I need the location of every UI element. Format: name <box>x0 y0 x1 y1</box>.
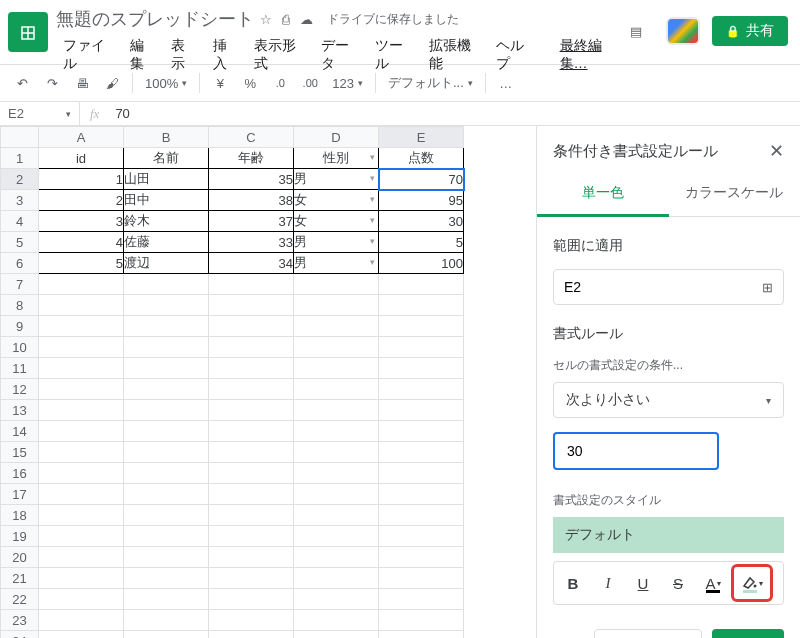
cell-B19[interactable] <box>124 526 209 547</box>
cancel-button[interactable]: キャンセル <box>594 629 702 638</box>
decrease-decimal-button[interactable]: .0 <box>266 69 294 97</box>
text-color-button[interactable]: A▾ <box>696 568 730 598</box>
cell-D21[interactable] <box>294 568 379 589</box>
cell-C14[interactable] <box>209 421 294 442</box>
cell-B4[interactable]: 鈴木 <box>124 211 209 232</box>
row-header-6[interactable]: 6 <box>1 253 39 274</box>
row-header-11[interactable]: 11 <box>1 358 39 379</box>
select-range-icon[interactable]: ⊞ <box>762 280 773 295</box>
cell-A5[interactable]: 4 <box>39 232 124 253</box>
cell-A23[interactable] <box>39 610 124 631</box>
cell-E16[interactable] <box>379 463 464 484</box>
cell-E2[interactable]: 70 <box>379 169 464 190</box>
close-icon[interactable]: ✕ <box>769 140 784 162</box>
cell-D12[interactable] <box>294 379 379 400</box>
cell-A21[interactable] <box>39 568 124 589</box>
col-header-C[interactable]: C <box>209 127 294 148</box>
formula-value[interactable]: 70 <box>109 106 135 121</box>
cell-D23[interactable] <box>294 610 379 631</box>
cell-A7[interactable] <box>39 274 124 295</box>
row-header-7[interactable]: 7 <box>1 274 39 295</box>
menu-edit[interactable]: 編集 <box>123 34 162 76</box>
bold-button[interactable]: B <box>556 568 590 598</box>
cell-D11[interactable] <box>294 358 379 379</box>
cell-B8[interactable] <box>124 295 209 316</box>
cell-C20[interactable] <box>209 547 294 568</box>
cell-E17[interactable] <box>379 484 464 505</box>
cell-E6[interactable]: 100 <box>379 253 464 274</box>
cell-C1[interactable]: 年齢 <box>209 148 294 169</box>
cell-D20[interactable] <box>294 547 379 568</box>
row-header-24[interactable]: 24 <box>1 631 39 639</box>
cell-D19[interactable] <box>294 526 379 547</box>
cell-D18[interactable] <box>294 505 379 526</box>
cell-B10[interactable] <box>124 337 209 358</box>
cell-E7[interactable] <box>379 274 464 295</box>
cell-C10[interactable] <box>209 337 294 358</box>
cell-B7[interactable] <box>124 274 209 295</box>
cell-B17[interactable] <box>124 484 209 505</box>
cell-C15[interactable] <box>209 442 294 463</box>
cell-A14[interactable] <box>39 421 124 442</box>
cell-A17[interactable] <box>39 484 124 505</box>
menu-view[interactable]: 表示 <box>164 34 203 76</box>
cell-E24[interactable] <box>379 631 464 639</box>
cell-B20[interactable] <box>124 547 209 568</box>
cell-B15[interactable] <box>124 442 209 463</box>
cell-B5[interactable]: 佐藤 <box>124 232 209 253</box>
comments-icon[interactable]: ▤ <box>630 24 654 39</box>
print-button[interactable]: 🖶 <box>68 69 96 97</box>
row-header-4[interactable]: 4 <box>1 211 39 232</box>
row-header-17[interactable]: 17 <box>1 484 39 505</box>
cell-D16[interactable] <box>294 463 379 484</box>
row-header-13[interactable]: 13 <box>1 400 39 421</box>
cell-A3[interactable]: 2 <box>39 190 124 211</box>
cell-C8[interactable] <box>209 295 294 316</box>
cell-C9[interactable] <box>209 316 294 337</box>
meet-icon[interactable] <box>666 17 700 45</box>
cell-A1[interactable]: id <box>39 148 124 169</box>
star-icon[interactable]: ☆ <box>260 12 272 27</box>
name-box[interactable]: E2 <box>0 102 80 125</box>
cell-B2[interactable]: 山田 <box>124 169 209 190</box>
font-select[interactable]: デフォルト... <box>382 74 479 92</box>
row-header-5[interactable]: 5 <box>1 232 39 253</box>
increase-decimal-button[interactable]: .00 <box>296 69 324 97</box>
move-icon[interactable]: ⎙ <box>282 12 290 27</box>
cell-C17[interactable] <box>209 484 294 505</box>
percent-button[interactable]: % <box>236 69 264 97</box>
threshold-input[interactable] <box>553 432 719 470</box>
row-header-19[interactable]: 19 <box>1 526 39 547</box>
cell-E19[interactable] <box>379 526 464 547</box>
cell-B3[interactable]: 田中 <box>124 190 209 211</box>
cell-D1[interactable]: 性別 <box>294 148 379 169</box>
cell-B12[interactable] <box>124 379 209 400</box>
cell-C6[interactable]: 34 <box>209 253 294 274</box>
cell-A9[interactable] <box>39 316 124 337</box>
paint-format-button[interactable]: 🖌 <box>98 69 126 97</box>
cell-B1[interactable]: 名前 <box>124 148 209 169</box>
row-header-15[interactable]: 15 <box>1 442 39 463</box>
cell-D5[interactable]: 男 <box>294 232 379 253</box>
cell-E9[interactable] <box>379 316 464 337</box>
cell-E23[interactable] <box>379 610 464 631</box>
cell-A11[interactable] <box>39 358 124 379</box>
cell-D8[interactable] <box>294 295 379 316</box>
range-input[interactable] <box>564 279 762 295</box>
cell-A2[interactable]: 1 <box>39 169 124 190</box>
row-header-3[interactable]: 3 <box>1 190 39 211</box>
cell-E20[interactable] <box>379 547 464 568</box>
cell-C2[interactable]: 35 <box>209 169 294 190</box>
strikethrough-button[interactable]: S <box>661 568 695 598</box>
cell-E15[interactable] <box>379 442 464 463</box>
tab-single-color[interactable]: 単一色 <box>537 172 669 217</box>
toolbar-more-button[interactable]: … <box>492 69 520 97</box>
cell-B6[interactable]: 渡辺 <box>124 253 209 274</box>
cell-A4[interactable]: 3 <box>39 211 124 232</box>
cell-C23[interactable] <box>209 610 294 631</box>
cell-E1[interactable]: 点数 <box>379 148 464 169</box>
cell-D9[interactable] <box>294 316 379 337</box>
menu-extensions[interactable]: 拡張機能 <box>422 34 487 76</box>
cell-B9[interactable] <box>124 316 209 337</box>
select-all-corner[interactable] <box>1 127 39 148</box>
